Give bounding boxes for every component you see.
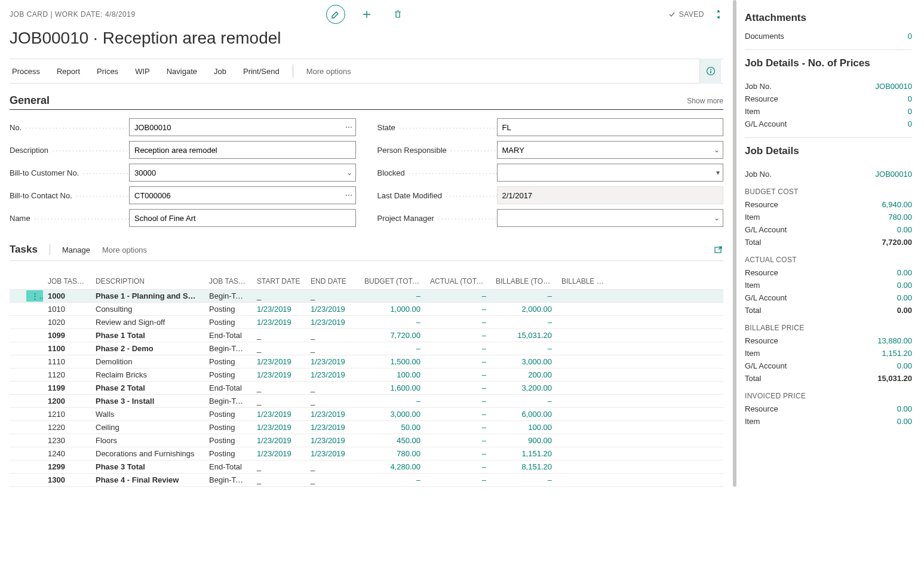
cell-end-date[interactable]: 1/23/2019 [306,435,360,446]
tasks-more[interactable]: More options [102,245,147,254]
col-description[interactable]: DESCRIPTION [91,276,204,287]
cell-invoiced[interactable] [557,308,610,311]
cell-invoiced[interactable] [557,440,610,442]
row-menu-icon[interactable] [26,426,43,429]
cell-end-date[interactable]: 1/23/2019 [306,422,360,433]
table-row[interactable]: 1200Phase 3 - InstallBegin-Total__––– [10,395,723,408]
tasks-manage[interactable]: Manage [62,245,90,254]
cell-invoiced[interactable] [557,321,610,324]
cell-billable[interactable]: 100.00 [491,422,557,433]
cell-actual[interactable]: – [425,303,491,315]
budget-gl[interactable]: 0.00 [897,225,912,234]
cell-billable[interactable]: 200.00 [491,369,557,380]
name-field[interactable] [129,209,356,227]
row-menu-icon[interactable] [26,387,43,389]
cell-billable[interactable]: – [491,474,557,486]
table-row[interactable]: 1110DemolitionPosting1/23/20191/23/20191… [10,355,723,368]
state-field[interactable] [497,118,724,136]
col-billable[interactable]: BILLABLE (TOTAL PRICE) [491,276,557,287]
cell-billable[interactable]: – [491,343,557,354]
cell-invoiced[interactable] [557,374,610,376]
cell-billable[interactable]: – [491,290,557,302]
cell-budget[interactable]: 50.00 [360,422,425,433]
billcontact-field[interactable] [129,186,356,204]
cell-actual[interactable]: – [425,448,491,459]
cell-actual[interactable]: – [425,290,491,302]
cell-start-date[interactable]: 1/23/2019 [252,356,306,367]
cell-budget[interactable]: 3,000.00 [360,409,425,420]
cell-budget[interactable]: 1,600.00 [360,382,425,394]
row-menu-icon[interactable] [26,413,43,416]
cell-actual[interactable]: – [425,330,491,341]
table-row[interactable]: 1100Phase 2 - DemoBegin-Total__––– [10,342,723,355]
row-menu-icon[interactable] [26,453,43,455]
cell-budget[interactable]: – [360,317,425,328]
pm-field[interactable] [497,209,724,227]
invoiced-item[interactable]: 0.00 [897,417,912,426]
cell-invoiced[interactable] [557,453,610,455]
jobno-value[interactable]: JOB00010 [876,82,912,91]
table-row[interactable]: 1220CeilingPosting1/23/20191/23/201950.0… [10,421,723,434]
cell-actual[interactable]: – [425,422,491,433]
cell-budget[interactable]: 100.00 [360,369,425,380]
cell-actual[interactable]: – [425,395,491,407]
table-row[interactable]: 1230FloorsPosting1/23/20191/23/2019450.0… [10,434,723,447]
cell-end-date[interactable]: 1/23/2019 [306,303,360,315]
row-menu-icon[interactable] [26,348,43,350]
invoiced-resource[interactable]: 0.00 [897,404,912,413]
cmd-wip[interactable]: WIP [135,67,150,76]
cell-invoiced[interactable] [557,400,610,403]
cmd-more-options[interactable]: More options [306,67,351,76]
actual-resource[interactable]: 0.00 [897,268,912,277]
row-menu-icon[interactable] [26,334,43,337]
no-field[interactable] [129,118,356,136]
cell-budget[interactable]: – [360,290,425,302]
col-type[interactable]: JOB TASK TYPE [204,276,252,287]
cell-billable[interactable]: – [491,395,557,407]
cmd-printsend[interactable]: Print/Send [243,67,280,76]
col-actual[interactable]: ACTUAL (TOTAL COST) [425,276,491,287]
cell-invoiced[interactable] [557,466,610,468]
table-row[interactable]: 1240Decorations and FurnishingsPosting1/… [10,447,723,460]
cell-budget[interactable]: 1,000.00 [360,303,425,315]
cell-actual[interactable]: – [425,356,491,367]
row-menu-icon[interactable] [26,374,43,376]
cell-end-date[interactable]: 1/23/2019 [306,448,360,459]
row-menu-icon[interactable] [26,466,43,468]
cmd-report[interactable]: Report [57,67,80,76]
row-menu-icon[interactable] [26,321,43,324]
info-icon[interactable] [699,59,721,84]
cell-invoiced[interactable] [557,361,610,363]
col-end[interactable]: END DATE [306,276,360,287]
cell-billable[interactable]: 900.00 [491,435,557,446]
cell-billable[interactable]: – [491,317,557,328]
cell-actual[interactable]: – [425,369,491,380]
cell-end-date[interactable]: 1/23/2019 [306,409,360,420]
cell-end-date[interactable]: 1/23/2019 [306,369,360,380]
cell-invoiced[interactable] [557,479,610,481]
cell-start-date[interactable]: 1/23/2019 [252,317,306,328]
popout-icon[interactable] [714,245,723,254]
cell-actual[interactable]: – [425,409,491,420]
row-menu-icon[interactable] [26,440,43,442]
cell-budget[interactable]: 450.00 [360,435,425,446]
col-start[interactable]: START DATE [252,276,306,287]
col-invoiced[interactable]: BILLABLE (INVOICED PRICE) [557,276,610,287]
cell-invoiced[interactable] [557,387,610,389]
cell-budget[interactable]: – [360,474,425,486]
cell-budget[interactable]: 4,280.00 [360,461,425,472]
row-menu-icon[interactable] [26,400,43,403]
cell-actual[interactable]: – [425,343,491,354]
billable-gl[interactable]: 0.00 [897,361,912,370]
row-menu-icon[interactable] [26,479,43,481]
new-icon[interactable] [357,5,376,24]
cell-billable[interactable]: 15,031.20 [491,330,557,341]
table-row[interactable]: 1099Phase 1 TotalEnd-Total__7,720.00–15,… [10,329,723,342]
cell-budget[interactable]: 7,720.00 [360,330,425,341]
cell-billable[interactable]: 6,000.00 [491,409,557,420]
cell-budget[interactable]: 780.00 [360,448,425,459]
cell-actual[interactable]: – [425,461,491,472]
cell-start-date[interactable]: 1/23/2019 [252,435,306,446]
cell-actual[interactable]: – [425,317,491,328]
cell-invoiced[interactable] [557,334,610,337]
